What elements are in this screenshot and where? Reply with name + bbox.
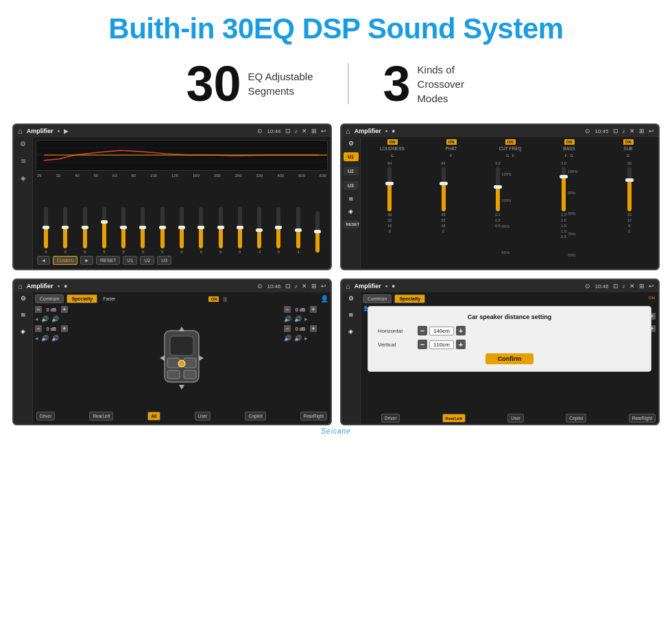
vslider-loudness[interactable]: 64 48 32 16 0 — [387, 161, 392, 265]
dist-speaker-icon[interactable]: ◈ — [348, 328, 353, 335]
db-minus-bl[interactable]: − — [35, 325, 42, 332]
slider-7[interactable]: 0 — [173, 207, 191, 254]
cross-settings-icon[interactable]: ⚙ — [348, 140, 354, 147]
close-icon-s2[interactable]: ✕ — [629, 128, 635, 134]
eq-prev-btn[interactable]: ◄ — [37, 256, 50, 265]
vslider-bass-1[interactable]: 3.0 2.5 2.0 1.5 1.0 0.5 — [561, 161, 566, 265]
back-icon-s3[interactable]: ↩ — [321, 283, 326, 290]
menu-icon-s2[interactable]: ▪ — [385, 128, 387, 134]
close-icon-s3[interactable]: ✕ — [302, 283, 307, 290]
btn-driver-s4[interactable]: Driver — [381, 414, 400, 423]
vslider-cutfreq-1[interactable]: 3.0 2.1 1.3 0.5 — [495, 161, 501, 265]
slider-1[interactable]: 0 — [56, 207, 74, 254]
fader-on-badge[interactable]: ON — [208, 296, 219, 302]
modal-h-minus[interactable]: − — [418, 326, 427, 335]
eq-reset-btn[interactable]: RESET — [96, 256, 120, 265]
camera-icon-s2[interactable]: ⊡ — [613, 128, 619, 134]
slider-3[interactable]: 5 — [95, 207, 113, 254]
btn-copilot-s3[interactable]: Copilot — [245, 412, 265, 421]
back-icon-s4[interactable]: ↩ — [649, 283, 654, 290]
back-icon-s1[interactable]: ↩ — [321, 128, 326, 134]
cross-u2-btn[interactable]: U2 — [344, 167, 359, 176]
btn-all-s3[interactable]: All — [147, 412, 160, 421]
slider-13[interactable]: -1 — [289, 207, 307, 254]
eq-wave-icon[interactable]: ≋ — [21, 157, 26, 165]
menu-icon-s4[interactable]: ▪ — [385, 283, 387, 290]
db-plus-tl[interactable]: + — [61, 306, 68, 313]
db-minus-tr[interactable]: − — [284, 306, 291, 313]
cross-speaker-icon[interactable]: ◈ — [348, 208, 353, 215]
play-icon-s1[interactable]: ▶ — [64, 128, 69, 134]
on-badge-sub[interactable]: ON — [623, 139, 634, 145]
slider-9[interactable]: 0 — [211, 207, 229, 254]
cross-u3-btn[interactable]: U3 — [344, 181, 359, 190]
close-icon-s4[interactable]: ✕ — [629, 283, 635, 290]
eq-custom-btn[interactable]: Custom — [53, 256, 77, 265]
db-minus-br[interactable]: − — [284, 325, 291, 332]
slider-5[interactable]: 0 — [134, 207, 152, 254]
modal-v-plus[interactable]: + — [456, 340, 466, 349]
volume-icon-s2[interactable]: ♪ — [623, 128, 626, 134]
on-badge-bass[interactable]: ON — [564, 139, 575, 145]
camera-icon-s3[interactable]: ⊡ — [285, 283, 291, 290]
tab-specialty-s4[interactable]: Specialty — [394, 294, 425, 303]
tab-specialty-s3[interactable]: Specialty — [67, 294, 97, 303]
close-icon-s1[interactable]: ✕ — [302, 128, 307, 134]
home-icon-s3[interactable]: ⌂ — [18, 282, 23, 290]
btn-rearleft-s3[interactable]: RearLeft — [89, 412, 113, 421]
slider-14[interactable] — [309, 211, 326, 254]
volume-icon-s4[interactable]: ♪ — [623, 283, 626, 290]
on-badge-cutfreq[interactable]: ON — [505, 139, 516, 145]
window-icon-s3[interactable]: ⊞ — [311, 283, 317, 290]
eq-settings-icon[interactable]: ⚙ — [20, 140, 26, 147]
cross-reset-btn[interactable]: RESET — [344, 220, 359, 228]
window-icon-s2[interactable]: ⊞ — [639, 128, 645, 134]
db-plus-bl[interactable]: + — [61, 325, 68, 332]
on-badge-phat[interactable]: ON — [446, 139, 457, 145]
db-minus-tl[interactable]: − — [35, 306, 42, 313]
slider-4[interactable]: 0 — [115, 207, 132, 254]
home-icon-s2[interactable]: ⌂ — [346, 127, 350, 135]
slider-2[interactable]: 0 — [76, 207, 94, 254]
btn-rearright-s4[interactable]: RearRight — [629, 414, 656, 423]
cross-u1-btn[interactable]: U1 — [344, 152, 359, 161]
home-icon-s4[interactable]: ⌂ — [346, 282, 350, 290]
eq-u2-btn[interactable]: U2 — [140, 256, 154, 265]
fader-speaker-icon[interactable]: ◈ — [21, 328, 25, 335]
menu-icon-s3[interactable]: ▪ — [58, 283, 60, 290]
slider-12[interactable]: 0 — [269, 207, 287, 254]
eq-next-btn[interactable]: ► — [80, 256, 93, 265]
btn-rearright-s3[interactable]: RearRight — [300, 412, 327, 421]
camera-icon-s4[interactable]: ⊡ — [613, 283, 619, 290]
vslider-sub[interactable]: 20 15 10 5 0 — [627, 161, 632, 265]
tab-common-s3[interactable]: Common — [35, 294, 64, 303]
fader-wave-icon[interactable]: ≋ — [21, 311, 26, 318]
on-badge-loudness[interactable]: ON — [387, 139, 398, 145]
slider-11[interactable]: -1 — [250, 207, 268, 254]
slider-10[interactable]: 0 — [231, 207, 249, 254]
btn-user-s3[interactable]: User — [195, 412, 211, 421]
dist-settings-icon[interactable]: ⚙ — [348, 295, 354, 302]
btn-user-s4[interactable]: User — [507, 414, 524, 423]
db-plus-tr[interactable]: + — [310, 306, 317, 313]
modal-h-plus[interactable]: + — [456, 326, 466, 335]
btn-rearleft-s4[interactable]: RearLeft — [442, 414, 466, 423]
back-icon-s2[interactable]: ↩ — [649, 128, 654, 134]
menu-icon-s1[interactable]: ▪ — [58, 128, 60, 134]
modal-v-minus[interactable]: − — [418, 340, 427, 349]
slider-0[interactable]: 0 — [37, 207, 55, 254]
btn-copilot-s4[interactable]: Copilot — [566, 414, 586, 423]
confirm-button[interactable]: Confirm — [485, 353, 534, 364]
db-plus-br[interactable]: + — [310, 325, 317, 332]
cross-wave-icon[interactable]: ≋ — [348, 196, 354, 202]
eq-u1-btn[interactable]: U1 — [123, 256, 137, 265]
camera-icon-s1[interactable]: ⊡ — [285, 128, 291, 134]
btn-driver-s3[interactable]: Driver — [36, 412, 55, 421]
slider-6[interactable]: 0 — [154, 207, 171, 254]
slider-8[interactable]: 0 — [192, 207, 210, 254]
vslider-phat[interactable]: 64 48 32 16 0 — [442, 161, 446, 265]
eq-u3-btn[interactable]: U3 — [157, 256, 171, 265]
volume-icon-s1[interactable]: ♪ — [295, 128, 298, 134]
home-icon-s1[interactable]: ⌂ — [18, 127, 23, 135]
fader-settings-icon[interactable]: ⚙ — [21, 295, 26, 302]
